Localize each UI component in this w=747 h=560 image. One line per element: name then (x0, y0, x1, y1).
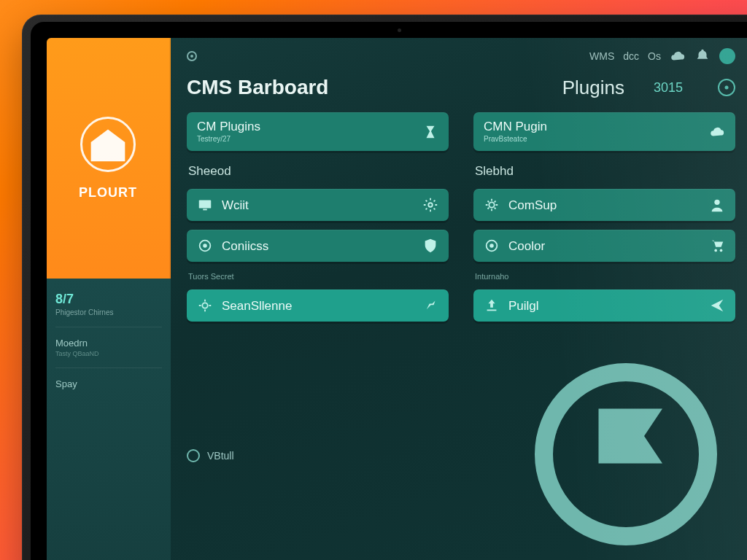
bell-icon[interactable] (694, 48, 711, 64)
card-title: CM Plugins (197, 120, 260, 133)
card-title: Puilgl (508, 300, 539, 312)
sidebar-item-moedrn[interactable]: Moedrn Tasty QBaaND (55, 338, 162, 357)
gear-icon (484, 197, 500, 213)
svg-point-5 (203, 244, 207, 248)
cloud-icon[interactable] (670, 48, 686, 64)
cart-icon (709, 238, 725, 254)
card-subtitle: Testrey/27 (197, 135, 260, 143)
svg-point-10 (489, 244, 494, 248)
status-ring-icon (187, 449, 200, 462)
card-puilgl[interactable]: Puilgl (473, 289, 735, 322)
laptop-frame: PLOURT 8/7 Phigestor Chirnes Moedrn Tast… (22, 15, 747, 560)
svg-point-0 (725, 86, 729, 90)
sidebar-stat-caption: Phigestor Chirnes (55, 308, 162, 316)
left-column: CM Plugins Testrey/27 Sheeod (187, 112, 449, 338)
card-cm-plugins[interactable]: CM Plugins Testrey/27 (187, 112, 449, 151)
app-screen: PLOURT 8/7 Phigestor Chirnes Moedrn Tast… (47, 38, 747, 560)
topnav-dcc[interactable]: dcc (623, 50, 639, 62)
card-title: Coniicss (222, 240, 268, 252)
content-columns: CM Plugins Testrey/27 Sheeod (187, 112, 735, 338)
divider (55, 327, 162, 327)
sidebar-item-label: Moedrn (55, 338, 162, 349)
pin-icon (422, 298, 438, 314)
sidebar-lower: 8/7 Phigestor Chirnes Moedrn Tasty QBaaN… (47, 279, 171, 560)
upload-icon (484, 298, 500, 314)
svg-point-11 (714, 249, 717, 252)
shield-icon (422, 238, 438, 254)
sidebar-item-sub: Tasty QBaaND (55, 350, 162, 357)
sidebar-stat-number: 8/7 (55, 292, 162, 307)
card-comsup[interactable]: ComSup (473, 189, 735, 221)
page-subtitle: Plugins (562, 77, 624, 99)
brand-block: PLOURT (47, 38, 171, 279)
header-count: 3015 (654, 80, 683, 96)
screen-bezel: PLOURT 8/7 Phigestor Chirnes Moedrn Tast… (31, 22, 747, 560)
svg-rect-2 (203, 209, 207, 211)
card-title: ComSup (508, 199, 557, 211)
card-coolor[interactable]: Coolor (473, 230, 735, 262)
page-title: CMS Barboard (187, 76, 533, 99)
brand-logo-icon (80, 117, 136, 172)
card-title: Coolor (508, 240, 545, 252)
monitor-icon (197, 197, 213, 213)
flag-icon[interactable] (516, 345, 735, 560)
main-panel: WMS dcc Os CMS Barboard Plugins 3015 (171, 38, 747, 560)
card-subtitle: PravBsteatce (484, 135, 547, 143)
sidebar-item-spay[interactable]: Spay (55, 378, 162, 389)
svg-point-8 (714, 200, 719, 205)
section-sheeod: Sheeod (188, 164, 449, 179)
topnav-os[interactable]: Os (648, 50, 661, 62)
circle-dot-icon (484, 238, 500, 254)
card-wciit[interactable]: Wciit (187, 189, 449, 221)
gear-icon (422, 197, 438, 213)
footer-label: VBtull (207, 450, 234, 462)
svg-rect-13 (487, 310, 497, 311)
card-seansllenne[interactable]: SeanSllenne (187, 289, 449, 322)
footer-row: VBtull (187, 345, 735, 560)
camera-notch (377, 28, 421, 32)
send-icon (709, 298, 725, 314)
card-title: CMN Pugin (484, 120, 547, 133)
sidebar: PLOURT 8/7 Phigestor Chirnes Moedrn Tast… (47, 38, 171, 560)
caption-turs-secret: Tuors Secret (188, 272, 449, 281)
card-cmn-pugin[interactable]: CMN Pugin PravBsteatce (473, 112, 735, 151)
page-header: CMS Barboard Plugins 3015 (187, 76, 735, 99)
svg-point-7 (489, 202, 494, 207)
svg-rect-1 (199, 201, 212, 209)
record-icon[interactable] (187, 51, 197, 61)
gear-icon (197, 298, 213, 314)
topbar: WMS dcc Os (187, 48, 735, 64)
hourglass-icon (422, 124, 438, 140)
user-icon (709, 197, 725, 213)
sidebar-item-label: Spay (55, 378, 162, 389)
right-column: CMN Pugin PravBsteatce Slebhd (473, 112, 735, 338)
refresh-icon[interactable] (718, 79, 735, 96)
divider (55, 368, 162, 368)
svg-point-12 (720, 249, 723, 252)
sidebar-stat: 8/7 Phigestor Chirnes (55, 292, 162, 316)
svg-point-6 (202, 303, 207, 308)
card-title: Wciit (222, 199, 249, 211)
avatar-icon[interactable] (719, 48, 735, 64)
card-title: SeanSllenne (222, 300, 292, 312)
topnav-wms[interactable]: WMS (589, 50, 614, 62)
circle-dot-icon (197, 238, 213, 254)
card-conics[interactable]: Coniicss (187, 230, 449, 262)
svg-point-3 (428, 203, 433, 207)
cloud-icon (709, 124, 725, 140)
caption-inturnaho: Inturnaho (475, 272, 735, 281)
brand-label: PLOURT (79, 185, 137, 201)
section-slebhd: Slebhd (475, 164, 735, 179)
